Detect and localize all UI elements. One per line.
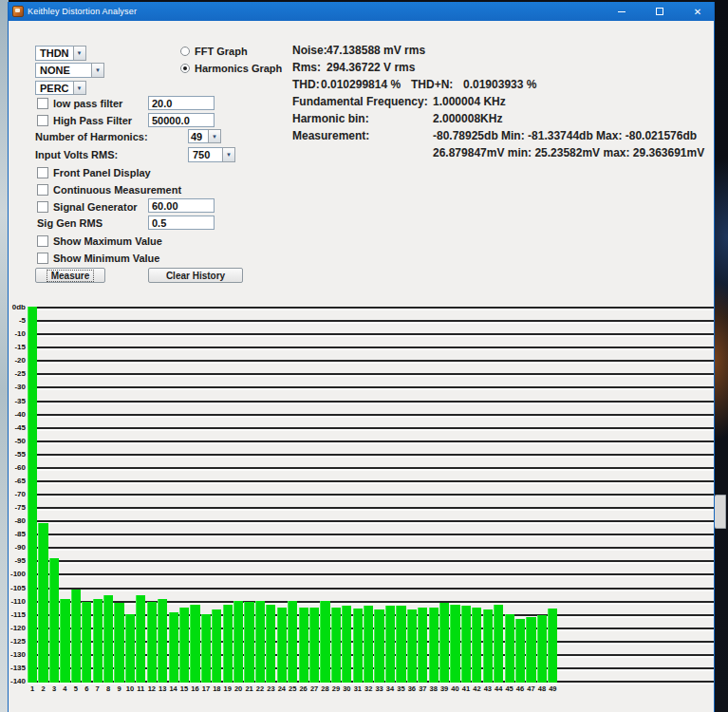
gridline bbox=[28, 320, 714, 322]
chevron-down-icon[interactable]: ▼ bbox=[73, 46, 86, 61]
clear-history-button[interactable]: Clear History bbox=[148, 268, 243, 283]
checkbox-icon bbox=[37, 235, 48, 247]
gridline bbox=[28, 480, 714, 482]
num-harmonics-combobox[interactable]: 49 ▼ bbox=[188, 129, 221, 143]
x-axis-tick-label: 38 bbox=[427, 684, 440, 693]
harmonic-bar-25 bbox=[288, 601, 297, 683]
x-axis-tick-label: 21 bbox=[243, 684, 256, 693]
x-axis-tick-label: 49 bbox=[546, 684, 559, 693]
harmonic-bar-5 bbox=[71, 590, 81, 683]
title-bar[interactable]: Keithley Distortion Analyser ✕ bbox=[9, 2, 714, 21]
chevron-down-icon[interactable]: ▼ bbox=[222, 147, 235, 162]
harmonic-bar-47 bbox=[526, 617, 535, 684]
show-maximum-label: Show Maximum Value bbox=[53, 235, 162, 247]
y-axis-tick-label: -5 bbox=[9, 316, 26, 325]
radio-selected-icon bbox=[180, 64, 190, 73]
harmonic-bar-19 bbox=[223, 605, 233, 683]
harmonic-bar-30 bbox=[342, 606, 351, 683]
input-volts-combobox[interactable]: 750 ▼ bbox=[188, 147, 235, 162]
rms-value: 294.36722 V rms bbox=[327, 61, 415, 74]
harmonic-bar-34 bbox=[385, 606, 395, 683]
harmonic-bar-27 bbox=[309, 608, 319, 683]
harmonic-bar-21 bbox=[244, 602, 253, 683]
x-axis-tick-label: 48 bbox=[535, 684, 549, 693]
y-axis-tick-label: -25 bbox=[9, 369, 26, 378]
harmonics-graph-radio-label: Harmonics Graph bbox=[195, 63, 282, 74]
x-axis-tick-label: 40 bbox=[449, 684, 462, 693]
num-harmonics-label: Number of Harmonics: bbox=[35, 131, 148, 142]
chevron-down-icon[interactable]: ▼ bbox=[208, 129, 221, 143]
y-axis-tick-label: -10 bbox=[9, 329, 26, 338]
perc-combobox[interactable]: PERC ▼ bbox=[35, 81, 86, 95]
y-axis-tick-label: -35 bbox=[9, 397, 26, 405]
signal-generator-checkbox[interactable]: Signal Generator bbox=[37, 200, 138, 213]
gridline bbox=[28, 454, 714, 456]
x-axis-tick-label: 20 bbox=[232, 684, 245, 693]
gridline bbox=[28, 534, 714, 535]
x-axis-tick-label: 3 bbox=[47, 684, 61, 693]
continuous-measurement-checkbox[interactable]: Continuous Measurement bbox=[37, 183, 181, 196]
x-axis-tick-label: 33 bbox=[373, 684, 386, 693]
gridline bbox=[28, 681, 714, 683]
signal-generator-input[interactable] bbox=[148, 198, 215, 213]
chevron-down-icon[interactable]: ▼ bbox=[73, 81, 86, 95]
y-axis-tick-label: -135 bbox=[9, 664, 26, 672]
x-axis-tick-label: 6 bbox=[80, 684, 93, 693]
measurement-label: Measurement: bbox=[292, 129, 369, 142]
harmonic-bar-39 bbox=[439, 603, 449, 683]
maximize-button[interactable] bbox=[645, 2, 674, 21]
high-pass-filter-checkbox[interactable]: High Pass Filter bbox=[37, 114, 132, 126]
front-panel-display-checkbox[interactable]: Front Panel Display bbox=[37, 166, 151, 178]
y-axis-tick-label: -125 bbox=[9, 637, 26, 646]
close-button[interactable]: ✕ bbox=[683, 2, 712, 21]
x-axis-tick-label: 22 bbox=[253, 684, 267, 693]
measure-button-label: Measure bbox=[47, 271, 94, 281]
minimize-button[interactable] bbox=[607, 2, 636, 21]
gridline bbox=[28, 520, 714, 522]
gridline bbox=[28, 573, 714, 575]
y-axis-tick-label: -110 bbox=[9, 597, 26, 606]
chevron-down-icon[interactable]: ▼ bbox=[91, 63, 104, 78]
harmonic-bar-23 bbox=[266, 605, 275, 683]
high-pass-filter-input[interactable] bbox=[148, 113, 215, 127]
gridline bbox=[28, 414, 714, 416]
harmonic-bar-17 bbox=[201, 614, 211, 683]
y-axis-tick-label: 0db bbox=[9, 303, 26, 311]
none-combobox[interactable]: NONE ▼ bbox=[35, 63, 104, 78]
show-minimum-checkbox[interactable]: Show Minimum Value bbox=[37, 252, 159, 264]
fft-graph-radio[interactable]: FFT Graph bbox=[180, 46, 248, 57]
gridline bbox=[28, 667, 714, 669]
thdn-combobox[interactable]: THDN ▼ bbox=[35, 46, 86, 61]
harmonic-bar-12 bbox=[147, 602, 157, 683]
low-pass-filter-input[interactable] bbox=[148, 96, 215, 110]
x-axis-tick-label: 28 bbox=[319, 684, 332, 693]
x-axis-tick-label: 32 bbox=[362, 684, 375, 693]
harmonic-bar-14 bbox=[169, 612, 178, 683]
harmonic-bin-value: 2.000008KHz bbox=[433, 112, 502, 125]
show-maximum-checkbox[interactable]: Show Maximum Value bbox=[37, 234, 162, 247]
harmonic-bar-33 bbox=[374, 609, 383, 683]
thd-value: 0.010299814 % bbox=[321, 78, 401, 91]
harmonic-bar-8 bbox=[103, 595, 113, 683]
gridline bbox=[28, 386, 714, 388]
x-axis-tick-label: 26 bbox=[297, 684, 310, 693]
harmonics-graph-radio[interactable]: Harmonics Graph bbox=[180, 63, 282, 74]
harmonic-bar-35 bbox=[396, 606, 405, 683]
low-pass-filter-checkbox[interactable]: low pass filter bbox=[37, 97, 122, 109]
gridline bbox=[28, 467, 714, 469]
gridline bbox=[28, 641, 714, 643]
sig-gen-rms-input[interactable] bbox=[148, 215, 215, 230]
noise-label: Noise: bbox=[292, 44, 327, 57]
x-axis-tick-label: 45 bbox=[503, 684, 516, 693]
x-axis-tick-label: 11 bbox=[134, 684, 147, 693]
x-axis-tick-label: 35 bbox=[394, 684, 407, 693]
gridline bbox=[28, 628, 714, 629]
gridline bbox=[28, 507, 714, 509]
harmonic-bar-28 bbox=[320, 601, 329, 683]
gridline bbox=[28, 494, 714, 496]
measure-button[interactable]: Measure bbox=[35, 268, 105, 283]
harmonic-bar-45 bbox=[505, 614, 514, 683]
x-axis-tick-label: 31 bbox=[351, 684, 364, 693]
gridline bbox=[28, 547, 714, 549]
harmonic-bar-38 bbox=[429, 608, 439, 683]
